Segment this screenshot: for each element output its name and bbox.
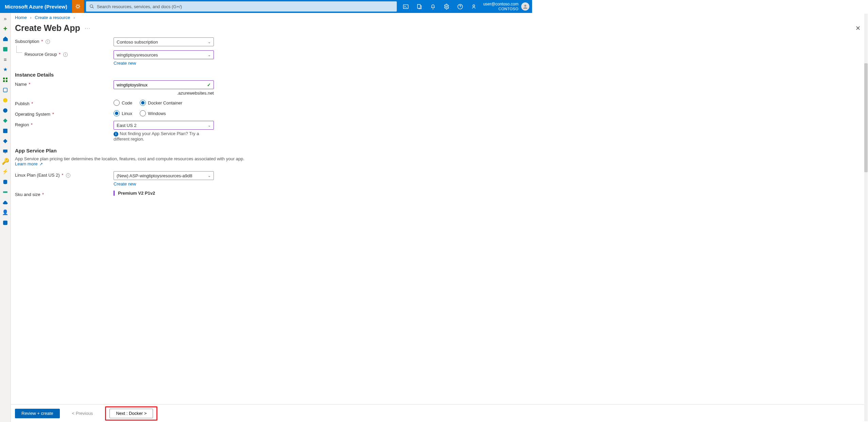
svg-rect-11	[6, 78, 7, 79]
chevron-right-icon: ›	[30, 15, 31, 20]
resource-groups-icon[interactable]	[2, 86, 9, 93]
app-services-icon[interactable]	[2, 107, 9, 114]
required-icon: *	[62, 173, 63, 178]
monitor-icon[interactable]: 👤	[2, 209, 9, 216]
all-services-icon[interactable]: ≡	[2, 56, 9, 63]
required-icon: *	[52, 112, 54, 117]
region-label: Region	[15, 122, 29, 127]
chevron-down-icon: ⌄	[208, 123, 211, 128]
virtual-machines-icon[interactable]	[2, 148, 9, 155]
more-actions-icon[interactable]: ···	[85, 26, 91, 31]
svg-line-2	[92, 7, 93, 9]
required-icon: *	[41, 39, 43, 44]
svg-point-16	[3, 108, 7, 113]
svg-point-5	[446, 6, 447, 7]
valid-check-icon: ✓	[207, 82, 211, 87]
resource-group-value: wingtiptoysresources	[117, 52, 158, 58]
svg-rect-17	[3, 129, 7, 133]
linux-plan-select[interactable]: (New) ASP-wingtiptoysresources-a9d8 ⌄	[114, 171, 214, 180]
publish-code-radio[interactable]: Code	[114, 100, 132, 106]
os-windows-radio[interactable]: Windows	[140, 110, 166, 116]
page-header: Create Web App ···	[11, 23, 532, 33]
avatar-icon	[521, 2, 529, 11]
region-hint: Not finding your App Service Plan? Try a…	[114, 131, 199, 142]
global-search[interactable]	[86, 1, 397, 12]
virtual-networks-icon[interactable]	[2, 189, 9, 195]
subscription-value: Contoso subscription	[117, 39, 158, 45]
required-icon: *	[59, 52, 61, 57]
favorites-icon[interactable]: ★	[2, 66, 9, 73]
load-balancers-icon[interactable]: 🔑	[2, 158, 9, 165]
sql-server-icon[interactable]	[2, 178, 9, 185]
page-title: Create Web App	[15, 23, 80, 33]
dashboard-icon[interactable]	[2, 46, 9, 52]
all-resources-icon[interactable]	[2, 76, 9, 83]
help-icon[interactable]	[453, 0, 467, 13]
radio-icon	[140, 110, 146, 116]
svg-rect-9	[3, 47, 7, 51]
account-menu[interactable]: user@contoso.com CONTOSO	[480, 2, 532, 11]
required-icon: *	[31, 122, 33, 127]
subscription-select[interactable]: Contoso subscription ⌄	[114, 37, 214, 46]
sku-value: Premium V2 P1v2	[118, 191, 214, 196]
region-select[interactable]: East US 2 ⌄	[114, 121, 214, 130]
breadcrumb-home[interactable]: Home	[15, 15, 27, 20]
svg-rect-12	[3, 80, 5, 82]
svg-rect-18	[3, 149, 7, 152]
breadcrumb: Home › Create a resource ›	[11, 13, 532, 22]
svg-rect-10	[3, 78, 5, 79]
svg-point-1	[90, 5, 92, 7]
advisor-icon[interactable]	[2, 219, 9, 226]
expand-menu-icon[interactable]: »	[2, 15, 9, 22]
plan-description: App Service plan pricing tier determines…	[15, 156, 253, 166]
region-value: East US 2	[117, 123, 137, 128]
breadcrumb-create-resource[interactable]: Create a resource	[35, 15, 70, 20]
resource-group-select[interactable]: wingtiptoysresources ⌄	[114, 50, 214, 59]
sql-databases-icon[interactable]	[2, 127, 9, 134]
quickstart-icon[interactable]	[2, 97, 9, 103]
linux-plan-label: Linux Plan (East US 2)	[15, 173, 60, 178]
linux-plan-value: (New) ASP-wingtiptoysresources-a9d8	[117, 173, 192, 178]
svg-point-15	[3, 98, 7, 102]
azure-ad-icon[interactable]	[2, 199, 9, 206]
directory-filter-icon[interactable]	[412, 0, 426, 13]
required-icon: *	[31, 101, 33, 106]
svg-point-8	[524, 5, 526, 7]
create-resource-icon[interactable]: +	[2, 25, 9, 32]
function-apps-icon[interactable]	[2, 117, 9, 124]
preview-bug-icon[interactable]	[72, 0, 84, 13]
storage-accounts-icon[interactable]: ⚡	[2, 168, 9, 175]
home-icon[interactable]	[2, 35, 9, 42]
info-icon[interactable]: i	[63, 52, 68, 57]
create-new-rg-link[interactable]: Create new	[114, 61, 214, 66]
search-input[interactable]	[97, 4, 394, 9]
external-link-icon: ↗	[39, 162, 43, 166]
svg-rect-19	[4, 152, 6, 153]
required-icon: *	[29, 82, 30, 87]
feedback-icon[interactable]	[467, 0, 480, 13]
info-icon[interactable]: i	[46, 39, 50, 44]
cloud-shell-icon[interactable]	[399, 0, 412, 13]
learn-more-link[interactable]: Learn more ↗	[15, 161, 43, 166]
app-name-input[interactable]	[117, 82, 207, 87]
app-service-plan-header: App Service Plan	[15, 148, 532, 153]
radio-icon	[114, 100, 120, 106]
top-bar: Microsoft Azure (Preview) user@contoso.c…	[0, 0, 532, 13]
chevron-down-icon: ⌄	[208, 53, 211, 57]
account-tenant: CONTOSO	[483, 6, 518, 11]
os-label: Operating System	[15, 112, 50, 117]
os-linux-radio[interactable]: Linux	[114, 110, 132, 116]
notifications-icon[interactable]	[426, 0, 440, 13]
resource-group-label: Resource Group	[24, 52, 57, 57]
app-name-input-wrapper: ✓	[114, 80, 214, 89]
subscription-label: Subscription	[15, 39, 39, 44]
svg-rect-21	[3, 191, 7, 193]
search-icon	[89, 4, 94, 9]
settings-icon[interactable]	[440, 0, 453, 13]
svg-point-0	[76, 5, 79, 8]
left-rail: » + ≡ ★ 🔑 ⚡ 👤	[0, 13, 11, 259]
publish-docker-radio[interactable]: Docker Container	[140, 100, 182, 106]
cosmos-db-icon[interactable]	[2, 137, 9, 144]
info-icon[interactable]: i	[66, 173, 70, 178]
create-new-plan-link[interactable]: Create new	[114, 181, 214, 186]
